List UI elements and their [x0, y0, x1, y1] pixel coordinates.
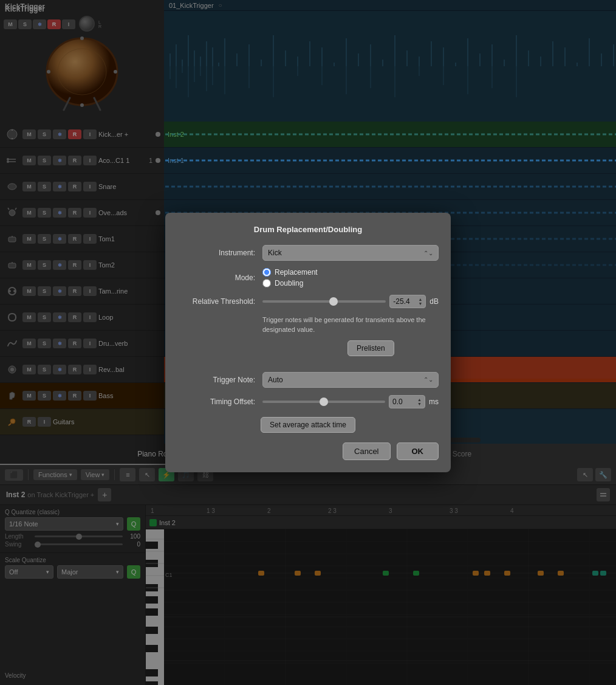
timing-value: 0.0 [392, 398, 403, 406]
instrument-select[interactable]: Kick ⌃⌄ [262, 245, 439, 261]
threshold-label: Relative Threshold: [177, 297, 262, 306]
ok-button[interactable]: OK [397, 442, 439, 460]
trigger-note-select[interactable]: Auto ⌃⌄ [262, 372, 439, 388]
timing-up-arrow[interactable]: ▲ [417, 398, 422, 402]
threshold-value: -25.4 [393, 297, 409, 306]
modal-title: Drum Replacement/Doubling [177, 225, 439, 234]
prelisten-button[interactable]: Prelisten [347, 340, 394, 356]
mode-replacement-option[interactable]: Replacement [262, 268, 439, 277]
mode-row: Mode: Replacement Doubling [177, 268, 439, 287]
threshold-row: Relative Threshold: -25.4 ▲ ▼ dB [177, 295, 439, 308]
timing-arrows[interactable]: ▲ ▼ [417, 398, 422, 406]
instrument-select-arrow: ⌃⌄ [423, 250, 433, 256]
instrument-row: Instrument: Kick ⌃⌄ [177, 245, 439, 261]
trigger-note-arrow: ⌃⌄ [423, 376, 433, 383]
timing-offset-label: Timing Offset: [177, 398, 262, 406]
trigger-note-label: Trigger Note: [177, 376, 262, 384]
cancel-button[interactable]: Cancel [343, 442, 390, 460]
mode-control: Replacement Doubling [262, 268, 439, 287]
threshold-unit: dB [429, 297, 439, 306]
modal-overlay: Drum Replacement/Doubling Instrument: Ki… [0, 0, 616, 685]
threshold-slider-container: -25.4 ▲ ▼ dB [262, 295, 439, 308]
timing-slider-container: 0.0 ▲ ▼ ms [262, 395, 439, 408]
drum-replacement-modal: Drum Replacement/Doubling Instrument: Ki… [165, 213, 451, 472]
set-attack-button[interactable]: Set average attack time [261, 417, 355, 433]
instrument-control: Kick ⌃⌄ [262, 245, 439, 261]
trigger-note-row: Trigger Note: Auto ⌃⌄ [177, 372, 439, 388]
mode-doubling-option[interactable]: Doubling [262, 279, 439, 287]
timing-spinner[interactable]: 0.0 ▲ ▼ [389, 395, 425, 408]
modal-action-buttons: Cancel OK [177, 442, 439, 460]
mode-replacement-radio[interactable] [262, 268, 271, 277]
instrument-label: Instrument: [177, 249, 262, 257]
threshold-down-arrow[interactable]: ▼ [418, 301, 422, 306]
timing-slider[interactable] [262, 401, 385, 403]
timing-offset-row: Timing Offset: 0.0 ▲ ▼ ms [177, 395, 439, 408]
mode-replacement-label: Replacement [275, 268, 318, 277]
instrument-value: Kick [268, 249, 282, 257]
timing-unit: ms [429, 398, 439, 406]
mode-doubling-label: Doubling [275, 279, 303, 287]
timing-down-arrow[interactable]: ▼ [417, 402, 422, 406]
mode-label: Mode: [177, 274, 262, 282]
prelisten-container: Prelisten [262, 340, 439, 363]
threshold-slider[interactable] [262, 300, 386, 303]
mode-doubling-radio[interactable] [262, 279, 271, 287]
set-attack-container: Set average attack time [177, 417, 439, 433]
trigger-note-value: Auto [268, 376, 283, 384]
threshold-help-text: Trigger notes will be generated for tran… [262, 315, 439, 334]
threshold-spinner[interactable]: -25.4 ▲ ▼ [389, 295, 426, 308]
threshold-up-arrow[interactable]: ▲ [418, 297, 422, 301]
trigger-note-control: Auto ⌃⌄ [262, 372, 439, 388]
threshold-arrows[interactable]: ▲ ▼ [418, 297, 422, 306]
